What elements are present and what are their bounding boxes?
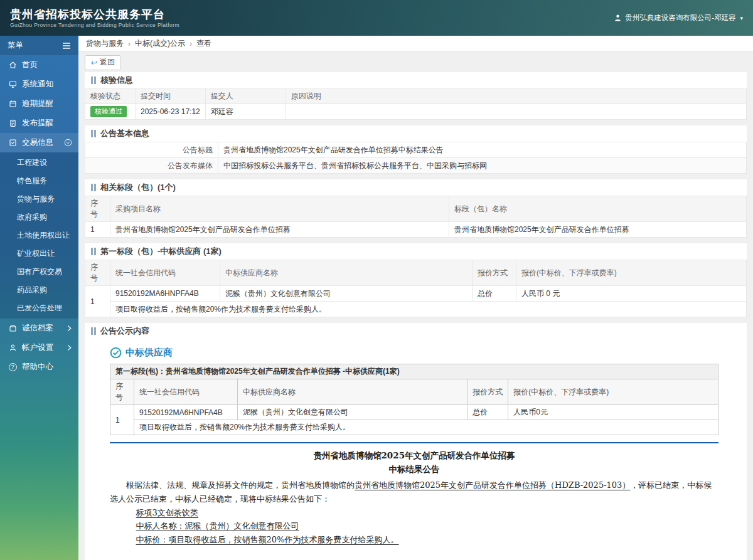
chevron-down-circle-icon (64, 139, 72, 147)
menu-label: 菜单 (8, 40, 23, 51)
col-verify-status: 核验状态 (85, 89, 136, 104)
table-row: 公告发布媒体 中国招标投标公共服务平台、贵州省招标投标公共服务平台、中国采购与招… (85, 158, 747, 174)
archive-icon (8, 324, 17, 332)
sidebar-item-publish-reminder[interactable]: 发布提醒 (0, 114, 78, 133)
sidebar-item-system-notice[interactable]: 系统通知 (0, 75, 78, 94)
section-marker (91, 327, 96, 335)
section-title: 公告基本信息 (100, 128, 149, 139)
publish-media-value: 中国招标投标公共服务平台、贵州省招标投标公共服务平台、中国采购与招标网 (218, 158, 747, 174)
table-header-row: 序号 采购项目名称 标段（包）名称 (85, 196, 747, 222)
monitor-icon (8, 80, 17, 88)
col-no: 序号 (85, 196, 110, 222)
sidebar-item-account-settings[interactable]: 帐户设置 (0, 338, 78, 357)
basic-info-table: 公告标题 贵州省地质博物馆2025年文创产品研发合作单位招募中标结果公告 公告发… (85, 142, 747, 174)
doc-title-line2: 中标结果公告 (110, 462, 718, 476)
sidebar-subitem-engineering[interactable]: 工程建设 (0, 154, 78, 172)
table-row: 1 贵州省地质博物馆2025年文创产品研发合作单位招募 贵州省地质博物馆2025… (85, 222, 747, 238)
col-supplier-name: 中标供应商名称 (238, 379, 467, 405)
section-marker (91, 77, 96, 84)
row-no-cell: 1 (85, 222, 110, 238)
supplier-name-cell: 泥猴（贵州）文化创意有限公司 (238, 405, 467, 420)
section-title: 公告公示内容 (100, 325, 149, 337)
chevron-right-icon (67, 344, 72, 351)
col-quote-method: 报价方式 (472, 260, 516, 286)
section-title-bar: 公告基本信息 (85, 125, 747, 142)
col-credit-code: 统一社会信用代码 (110, 260, 220, 286)
credit-code-cell: 91520192MA6HNPFA4B (134, 405, 238, 420)
platform-subtitle: GuiZhou Province Tendering and Bidding P… (10, 22, 179, 28)
project-name-cell: 贵州省地质博物馆2025年文创产品研发合作单位招募 (110, 222, 449, 238)
sidebar-subitem-mining-rights[interactable]: 矿业权出让 (0, 245, 78, 263)
winning-supplier-heading: 中标供应商 (110, 347, 718, 359)
transaction-icon (8, 139, 17, 147)
app-window: 贵州省招标投标公共服务平台 GuiZhou Province Tendering… (0, 0, 753, 560)
col-quote-price: 报价(中标价、下浮率或费率) (516, 260, 746, 286)
sidebar: 菜单 首页 系统通知 逾期提醒 (0, 36, 78, 560)
col-submit-time: 提交时间 (136, 89, 206, 104)
table-row: 项目取得收益后，按销售额20%作为技术服务费支付给采购人。 (85, 302, 747, 317)
sidebar-subitem-gov-procurement[interactable]: 政府采购 (0, 208, 78, 226)
sidebar-subitem-published-announcements[interactable]: 已发公告处理 (0, 299, 78, 317)
section-marker (91, 184, 96, 191)
user-name: 贵州弘典建设咨询有限公司-邓廷容 (625, 13, 735, 23)
hamburger-icon[interactable] (62, 42, 71, 50)
content-supplier-table: 第一标段(包)：贵州省地质博物馆2025年文创产品研发合作单位招募 -中标供应商… (110, 364, 718, 435)
col-quote-method: 报价方式 (467, 379, 508, 405)
sidebar-item-integrity-archive[interactable]: 诚信档案 (0, 319, 78, 338)
col-package-name: 标段（包）名称 (449, 196, 747, 222)
section-winning-supplier: 第一标段（包）-中标供应商 (1家) 序号 统一社会信用代码 中标供应商名称 报… (85, 243, 747, 317)
calendar-icon (8, 100, 17, 108)
quote-note-cell: 项目取得收益后，按销售额20%作为技术服务费支付给采购人。 (134, 420, 718, 435)
section-title-bar: 公告公示内容 (85, 323, 747, 339)
section-title: 第一标段（包）-中标供应商 (1家) (100, 246, 222, 257)
doc-item1-price: 中标价：项目取得收益后，按销售额20%作为技术服务费支付给采购人。 (136, 533, 718, 546)
breadcrumb-view: 查看 (196, 38, 211, 49)
col-submitter: 提交人 (205, 89, 286, 104)
body-row: 菜单 首页 系统通知 逾期提醒 (0, 36, 753, 560)
section-announcement-content: 公告公示内容 中标供应商 第一标段(包)：贵州省地质博物馆2025年文创产品研发… (85, 323, 747, 560)
verification-table: 核验状态 提交时间 提交人 原因说明 核验通过 2025-06-23 17:12… (85, 88, 747, 120)
sidebar-item-help-center[interactable]: ? 帮助中心 (0, 357, 78, 377)
status-badge: 核验通过 (90, 106, 127, 117)
doc-item1-winner: 中标人名称：泥猴（贵州）文化创意有限公司 (136, 519, 718, 532)
sidebar-item-home[interactable]: 首页 (0, 55, 78, 75)
breadcrumb-award-publicity[interactable]: 中标(成交)公示 (135, 38, 185, 49)
home-icon (8, 61, 17, 69)
winning-supplier-table: 序号 统一社会信用代码 中标供应商名称 报价方式 报价(中标价、下浮率或费率) … (85, 260, 747, 317)
sidebar-subitem-state-property[interactable]: 国有产权交易 (0, 263, 78, 281)
divider (110, 442, 718, 443)
section-title: 核验信息 (100, 75, 133, 86)
quote-price-cell: 人民币0元 (508, 405, 718, 420)
quote-method-cell: 总价 (472, 286, 516, 302)
table-caption-row: 第一标段(包)：贵州省地质博物馆2025年文创产品研发合作单位招募 -中标供应商… (110, 364, 718, 379)
section-title: 相关标段（包）(1个) (100, 182, 176, 193)
sidebar-subitem-land-use[interactable]: 土地使用权出让 (0, 226, 78, 245)
col-supplier-name: 中标供应商名称 (220, 260, 473, 286)
col-no: 序号 (85, 260, 110, 286)
section-title-bar: 第一标段（包）-中标供应商 (1家) (85, 243, 747, 260)
sidebar-subitem-goods-services[interactable]: 货物与服务 (0, 190, 78, 208)
announcement-title-value: 贵州省地质博物馆2025年文创产品研发合作单位招募中标结果公告 (218, 142, 747, 158)
breadcrumb-goods-services[interactable]: 货物与服务 (86, 38, 124, 49)
sidebar-menu-header[interactable]: 菜单 (0, 36, 78, 55)
user-menu[interactable]: 贵州弘典建设咨询有限公司-邓廷容 ▾ (614, 13, 743, 23)
table-header-row: 序号 统一社会信用代码 中标供应商名称 报价方式 报价(中标价、下浮率或费率) (85, 260, 747, 286)
sidebar-item-overdue-reminder[interactable]: 逾期提醒 (0, 94, 78, 114)
brand: 贵州省招标投标公共服务平台 GuiZhou Province Tendering… (10, 8, 179, 28)
sidebar-subitem-special-services[interactable]: 特色服务 (0, 172, 78, 190)
sidebar-item-transaction-info[interactable]: 交易信息 (0, 133, 78, 152)
section-marker (91, 130, 96, 137)
transaction-submenu: 工程建设 特色服务 货物与服务 政府采购 土地使用权出让 矿业权出让 国有产权交… (0, 152, 78, 319)
table-caption: 第一标段(包)：贵州省地质博物馆2025年文创产品研发合作单位招募 -中标供应商… (110, 364, 718, 379)
table-row: 1 91520192MA6HNPFA4B 泥猴（贵州）文化创意有限公司 总价 人… (85, 286, 747, 302)
section-related-packages: 相关标段（包）(1个) 序号 采购项目名称 标段（包）名称 1 贵州省地质博物馆 (85, 179, 747, 238)
breadcrumb: 货物与服务 › 中标(成交)公示 › 查看 (78, 36, 753, 52)
table-row: 项目取得收益后，按销售额20%作为技术服务费支付给采购人。 (110, 420, 718, 435)
sidebar-subitem-drug-procurement[interactable]: 药品采购 (0, 281, 78, 299)
col-project-name: 采购项目名称 (110, 196, 449, 222)
toolbar: ↩ 返回 (78, 52, 753, 72)
back-button[interactable]: ↩ 返回 (85, 55, 121, 70)
breadcrumb-separator-icon: › (128, 40, 131, 48)
verify-status-cell: 核验通过 (85, 104, 136, 120)
quote-note-cell: 项目取得收益后，按销售额20%作为技术服务费支付给采购人。 (110, 302, 747, 317)
